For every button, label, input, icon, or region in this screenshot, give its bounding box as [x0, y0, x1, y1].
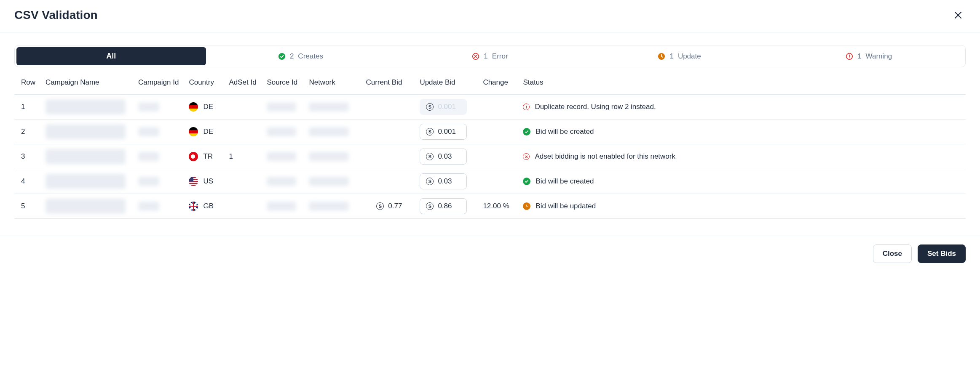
- redacted-text: [138, 152, 159, 161]
- update-bid-value: 0.03: [438, 177, 452, 186]
- source-id-cell: [262, 95, 304, 120]
- tab-creates-count: 2: [290, 52, 294, 61]
- status-cell: Bid will be updated: [518, 194, 966, 219]
- status-text: Bid will be created: [536, 177, 594, 186]
- tab-updates[interactable]: 1 Update: [585, 47, 774, 65]
- col-status: Status: [518, 70, 966, 95]
- change-cell: [478, 144, 518, 169]
- tab-updates-label: Update: [678, 52, 701, 61]
- filter-tabs: All 2 Creates 1 Error 1: [14, 45, 966, 67]
- current-bid-cell: [361, 95, 415, 120]
- redacted-text: [46, 124, 126, 139]
- clock-icon: [658, 53, 665, 60]
- campaign-id-cell: [133, 120, 184, 144]
- tab-warnings[interactable]: 1 Warning: [774, 47, 964, 65]
- redacted-text: [46, 174, 126, 189]
- redacted-text: [138, 127, 159, 136]
- update-bid-input[interactable]: S0.86: [420, 198, 467, 214]
- campaign-name-cell: [40, 144, 133, 169]
- alert-circle-icon: [523, 104, 530, 110]
- update-bid-input[interactable]: S0.03: [420, 149, 467, 165]
- update-bid-input[interactable]: S0.001: [420, 124, 467, 140]
- network-cell: [304, 169, 361, 194]
- flag-icon: [189, 177, 198, 186]
- flag-icon: [189, 127, 198, 136]
- col-network: Network: [304, 70, 361, 95]
- redacted-text: [267, 202, 296, 211]
- tab-all[interactable]: All: [16, 47, 206, 65]
- x-circle-icon: [472, 53, 479, 60]
- status-text: Bid will be updated: [536, 202, 596, 211]
- close-icon: [953, 10, 963, 20]
- update-bid-cell: S0.86: [415, 194, 478, 219]
- tab-errors[interactable]: 1 Error: [395, 47, 585, 65]
- redacted-text: [309, 127, 349, 136]
- col-row: Row: [14, 70, 40, 95]
- svg-point-9: [526, 108, 527, 109]
- status-cell: Adset bidding is not enabled for this ne…: [518, 144, 966, 169]
- status-cell: Duplicate record. Using row 2 instead.: [518, 95, 966, 120]
- campaign-id-cell: [133, 194, 184, 219]
- status-text: Duplicate record. Using row 2 instead.: [535, 102, 656, 112]
- col-source-id: Source Id: [262, 70, 304, 95]
- flag-icon: [189, 152, 198, 161]
- redacted-text: [267, 177, 296, 186]
- campaign-id-cell: [133, 169, 184, 194]
- tab-warnings-count: 1: [857, 52, 861, 61]
- change-cell: [478, 95, 518, 120]
- close-button[interactable]: Close: [873, 244, 912, 263]
- redacted-text: [46, 199, 126, 214]
- svg-point-2: [278, 53, 285, 59]
- close-icon-button[interactable]: [951, 8, 966, 23]
- current-bid-cell: [361, 169, 415, 194]
- currency-icon: S: [376, 202, 384, 210]
- country-code: DE: [203, 103, 213, 111]
- currency-icon: S: [426, 178, 434, 185]
- col-campaign-name: Campaign Name: [40, 70, 133, 95]
- status-cell: Bid will be created: [518, 120, 966, 144]
- set-bids-button[interactable]: Set Bids: [918, 244, 966, 263]
- country-code: GB: [203, 202, 214, 210]
- redacted-text: [267, 127, 296, 136]
- country-code: TR: [203, 152, 213, 161]
- country-cell: TR: [184, 144, 224, 169]
- redacted-text: [46, 99, 126, 114]
- country-cell: GB: [184, 194, 224, 219]
- col-campaign-id: Campaign Id: [133, 70, 184, 95]
- modal-content: All 2 Creates 1 Error 1: [0, 32, 980, 236]
- tab-creates[interactable]: 2 Creates: [206, 47, 396, 65]
- current-bid-value: 0.77: [388, 202, 402, 210]
- redacted-text: [46, 149, 126, 164]
- adset-id-cell: [224, 120, 262, 144]
- source-id-cell: [262, 169, 304, 194]
- source-id-cell: [262, 194, 304, 219]
- country-code: DE: [203, 128, 213, 136]
- adset-id-cell: [224, 169, 262, 194]
- update-bid-cell: S0.03: [415, 144, 478, 169]
- campaign-name-cell: [40, 120, 133, 144]
- redacted-text: [309, 177, 349, 186]
- country-code: US: [203, 177, 213, 186]
- check-circle-icon: [278, 53, 286, 60]
- row-number: 3: [14, 144, 40, 169]
- flag-icon: [189, 102, 198, 112]
- source-id-cell: [262, 144, 304, 169]
- change-cell: 12.00 %: [478, 194, 518, 219]
- update-bid-input: S0.001: [420, 99, 467, 115]
- adset-id-cell: [224, 194, 262, 219]
- current-bid-cell: [361, 144, 415, 169]
- modal-footer: Close Set Bids: [0, 236, 980, 266]
- tab-warnings-label: Warning: [866, 52, 892, 61]
- country-cell: DE: [184, 95, 224, 120]
- update-bid-cell: S0.001: [415, 95, 478, 120]
- update-bid-cell: S0.03: [415, 169, 478, 194]
- tab-errors-count: 1: [484, 52, 487, 61]
- row-number: 2: [14, 120, 40, 144]
- update-bid-input[interactable]: S0.03: [420, 173, 467, 189]
- redacted-text: [138, 202, 159, 211]
- col-update-bid: Update Bid: [415, 70, 478, 95]
- campaign-name-cell: [40, 95, 133, 120]
- update-bid-value: 0.86: [438, 202, 452, 210]
- campaign-name-cell: [40, 169, 133, 194]
- network-cell: [304, 194, 361, 219]
